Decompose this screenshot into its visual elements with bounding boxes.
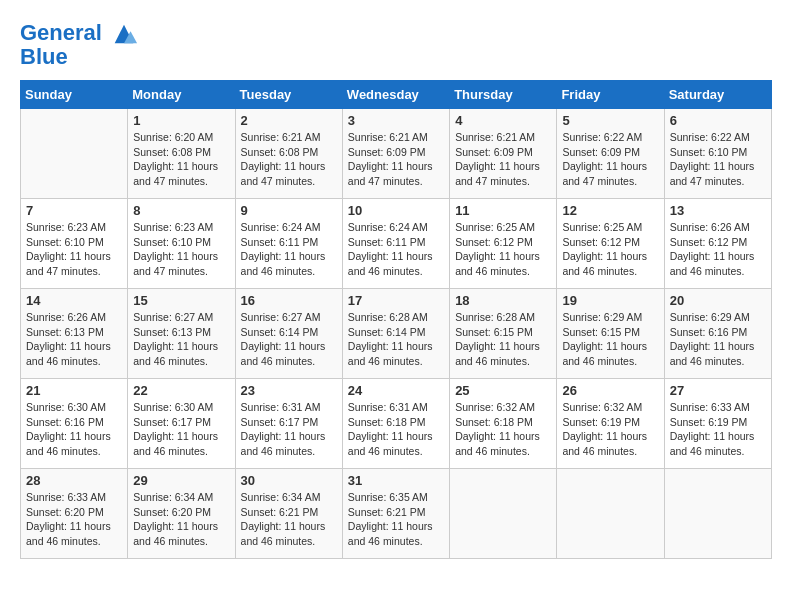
week-row-3: 14 Sunrise: 6:26 AMSunset: 6:13 PMDaylig… xyxy=(21,289,772,379)
calendar-cell xyxy=(21,109,128,199)
day-info: Sunrise: 6:22 AMSunset: 6:09 PMDaylight:… xyxy=(562,130,658,189)
week-row-4: 21 Sunrise: 6:30 AMSunset: 6:16 PMDaylig… xyxy=(21,379,772,469)
day-info: Sunrise: 6:33 AMSunset: 6:20 PMDaylight:… xyxy=(26,490,122,549)
day-info: Sunrise: 6:23 AMSunset: 6:10 PMDaylight:… xyxy=(133,220,229,279)
calendar-cell: 7 Sunrise: 6:23 AMSunset: 6:10 PMDayligh… xyxy=(21,199,128,289)
day-number: 28 xyxy=(26,473,122,488)
day-number: 27 xyxy=(670,383,766,398)
calendar-cell: 5 Sunrise: 6:22 AMSunset: 6:09 PMDayligh… xyxy=(557,109,664,199)
day-number: 3 xyxy=(348,113,444,128)
calendar-cell: 15 Sunrise: 6:27 AMSunset: 6:13 PMDaylig… xyxy=(128,289,235,379)
day-info: Sunrise: 6:20 AMSunset: 6:08 PMDaylight:… xyxy=(133,130,229,189)
day-info: Sunrise: 6:34 AMSunset: 6:21 PMDaylight:… xyxy=(241,490,337,549)
weekday-header-row: SundayMondayTuesdayWednesdayThursdayFrid… xyxy=(21,81,772,109)
day-info: Sunrise: 6:28 AMSunset: 6:14 PMDaylight:… xyxy=(348,310,444,369)
day-number: 22 xyxy=(133,383,229,398)
day-info: Sunrise: 6:24 AMSunset: 6:11 PMDaylight:… xyxy=(348,220,444,279)
day-number: 29 xyxy=(133,473,229,488)
calendar-cell: 23 Sunrise: 6:31 AMSunset: 6:17 PMDaylig… xyxy=(235,379,342,469)
day-info: Sunrise: 6:26 AMSunset: 6:12 PMDaylight:… xyxy=(670,220,766,279)
calendar-cell: 31 Sunrise: 6:35 AMSunset: 6:21 PMDaylig… xyxy=(342,469,449,559)
weekday-header-monday: Monday xyxy=(128,81,235,109)
day-info: Sunrise: 6:27 AMSunset: 6:14 PMDaylight:… xyxy=(241,310,337,369)
day-info: Sunrise: 6:29 AMSunset: 6:15 PMDaylight:… xyxy=(562,310,658,369)
calendar-cell: 6 Sunrise: 6:22 AMSunset: 6:10 PMDayligh… xyxy=(664,109,771,199)
day-info: Sunrise: 6:26 AMSunset: 6:13 PMDaylight:… xyxy=(26,310,122,369)
day-number: 13 xyxy=(670,203,766,218)
day-number: 9 xyxy=(241,203,337,218)
calendar-cell: 8 Sunrise: 6:23 AMSunset: 6:10 PMDayligh… xyxy=(128,199,235,289)
calendar-cell xyxy=(450,469,557,559)
day-number: 7 xyxy=(26,203,122,218)
day-number: 8 xyxy=(133,203,229,218)
calendar-cell: 11 Sunrise: 6:25 AMSunset: 6:12 PMDaylig… xyxy=(450,199,557,289)
weekday-header-saturday: Saturday xyxy=(664,81,771,109)
day-number: 15 xyxy=(133,293,229,308)
calendar-cell: 16 Sunrise: 6:27 AMSunset: 6:14 PMDaylig… xyxy=(235,289,342,379)
calendar-cell: 21 Sunrise: 6:30 AMSunset: 6:16 PMDaylig… xyxy=(21,379,128,469)
calendar-cell: 10 Sunrise: 6:24 AMSunset: 6:11 PMDaylig… xyxy=(342,199,449,289)
calendar-cell: 4 Sunrise: 6:21 AMSunset: 6:09 PMDayligh… xyxy=(450,109,557,199)
calendar-cell: 2 Sunrise: 6:21 AMSunset: 6:08 PMDayligh… xyxy=(235,109,342,199)
day-info: Sunrise: 6:32 AMSunset: 6:19 PMDaylight:… xyxy=(562,400,658,459)
day-info: Sunrise: 6:23 AMSunset: 6:10 PMDaylight:… xyxy=(26,220,122,279)
day-info: Sunrise: 6:30 AMSunset: 6:16 PMDaylight:… xyxy=(26,400,122,459)
calendar-cell: 29 Sunrise: 6:34 AMSunset: 6:20 PMDaylig… xyxy=(128,469,235,559)
logo-icon xyxy=(110,20,138,48)
day-number: 26 xyxy=(562,383,658,398)
calendar-cell: 27 Sunrise: 6:33 AMSunset: 6:19 PMDaylig… xyxy=(664,379,771,469)
day-info: Sunrise: 6:29 AMSunset: 6:16 PMDaylight:… xyxy=(670,310,766,369)
day-number: 4 xyxy=(455,113,551,128)
day-info: Sunrise: 6:28 AMSunset: 6:15 PMDaylight:… xyxy=(455,310,551,369)
day-info: Sunrise: 6:21 AMSunset: 6:09 PMDaylight:… xyxy=(348,130,444,189)
calendar-cell: 17 Sunrise: 6:28 AMSunset: 6:14 PMDaylig… xyxy=(342,289,449,379)
day-number: 23 xyxy=(241,383,337,398)
logo: General Blue xyxy=(20,20,138,70)
day-number: 12 xyxy=(562,203,658,218)
day-number: 31 xyxy=(348,473,444,488)
day-number: 30 xyxy=(241,473,337,488)
calendar-cell: 18 Sunrise: 6:28 AMSunset: 6:15 PMDaylig… xyxy=(450,289,557,379)
day-number: 18 xyxy=(455,293,551,308)
calendar-cell xyxy=(557,469,664,559)
day-number: 6 xyxy=(670,113,766,128)
week-row-5: 28 Sunrise: 6:33 AMSunset: 6:20 PMDaylig… xyxy=(21,469,772,559)
calendar-cell: 20 Sunrise: 6:29 AMSunset: 6:16 PMDaylig… xyxy=(664,289,771,379)
day-info: Sunrise: 6:31 AMSunset: 6:18 PMDaylight:… xyxy=(348,400,444,459)
calendar-cell: 28 Sunrise: 6:33 AMSunset: 6:20 PMDaylig… xyxy=(21,469,128,559)
weekday-header-sunday: Sunday xyxy=(21,81,128,109)
weekday-header-tuesday: Tuesday xyxy=(235,81,342,109)
weekday-header-wednesday: Wednesday xyxy=(342,81,449,109)
calendar-cell: 12 Sunrise: 6:25 AMSunset: 6:12 PMDaylig… xyxy=(557,199,664,289)
day-number: 24 xyxy=(348,383,444,398)
day-number: 2 xyxy=(241,113,337,128)
day-info: Sunrise: 6:25 AMSunset: 6:12 PMDaylight:… xyxy=(455,220,551,279)
day-info: Sunrise: 6:34 AMSunset: 6:20 PMDaylight:… xyxy=(133,490,229,549)
week-row-2: 7 Sunrise: 6:23 AMSunset: 6:10 PMDayligh… xyxy=(21,199,772,289)
day-number: 11 xyxy=(455,203,551,218)
page-header: General Blue xyxy=(20,20,772,70)
day-info: Sunrise: 6:32 AMSunset: 6:18 PMDaylight:… xyxy=(455,400,551,459)
day-info: Sunrise: 6:27 AMSunset: 6:13 PMDaylight:… xyxy=(133,310,229,369)
day-number: 1 xyxy=(133,113,229,128)
day-number: 5 xyxy=(562,113,658,128)
day-info: Sunrise: 6:22 AMSunset: 6:10 PMDaylight:… xyxy=(670,130,766,189)
calendar-cell: 19 Sunrise: 6:29 AMSunset: 6:15 PMDaylig… xyxy=(557,289,664,379)
day-number: 14 xyxy=(26,293,122,308)
day-number: 25 xyxy=(455,383,551,398)
day-number: 20 xyxy=(670,293,766,308)
calendar-cell xyxy=(664,469,771,559)
day-number: 16 xyxy=(241,293,337,308)
calendar-cell: 26 Sunrise: 6:32 AMSunset: 6:19 PMDaylig… xyxy=(557,379,664,469)
day-number: 17 xyxy=(348,293,444,308)
day-info: Sunrise: 6:25 AMSunset: 6:12 PMDaylight:… xyxy=(562,220,658,279)
calendar-cell: 30 Sunrise: 6:34 AMSunset: 6:21 PMDaylig… xyxy=(235,469,342,559)
day-info: Sunrise: 6:21 AMSunset: 6:09 PMDaylight:… xyxy=(455,130,551,189)
day-info: Sunrise: 6:24 AMSunset: 6:11 PMDaylight:… xyxy=(241,220,337,279)
day-number: 10 xyxy=(348,203,444,218)
calendar-table: SundayMondayTuesdayWednesdayThursdayFrid… xyxy=(20,80,772,559)
calendar-cell: 22 Sunrise: 6:30 AMSunset: 6:17 PMDaylig… xyxy=(128,379,235,469)
calendar-cell: 14 Sunrise: 6:26 AMSunset: 6:13 PMDaylig… xyxy=(21,289,128,379)
weekday-header-friday: Friday xyxy=(557,81,664,109)
day-info: Sunrise: 6:31 AMSunset: 6:17 PMDaylight:… xyxy=(241,400,337,459)
